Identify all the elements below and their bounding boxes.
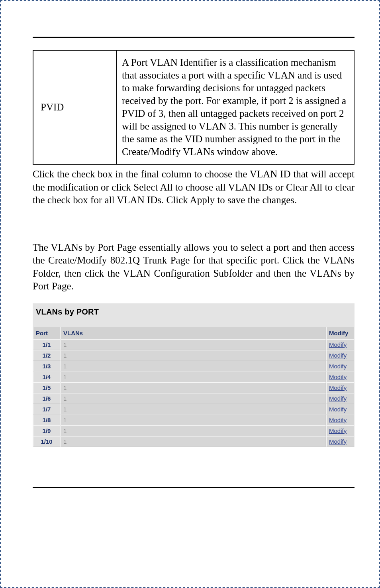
cell-vlans: 1 [61, 425, 326, 436]
cell-vlans: 1 [61, 372, 326, 382]
paragraph-vlans-by-port: The VLANs by Port Page essentially allow… [33, 241, 355, 293]
cell-modify: Modify [326, 393, 354, 404]
table-row: 1/7 1 Modify [33, 404, 354, 415]
table-row: 1/1 1 Modify [33, 339, 354, 350]
cell-vlans: 1 [61, 361, 326, 372]
cell-port: 1/10 [33, 436, 60, 447]
footer-spacer [33, 488, 355, 507]
modify-link[interactable]: Modify [329, 395, 347, 402]
definition-table: PVID A Port VLAN Identifier is a classif… [33, 50, 355, 165]
modify-link[interactable]: Modify [329, 341, 347, 348]
table-row: 1/5 1 Modify [33, 382, 354, 393]
cell-port: 1/2 [33, 350, 60, 361]
cell-port: 1/4 [33, 372, 60, 382]
definition-row: PVID A Port VLAN Identifier is a classif… [33, 50, 354, 164]
definition-term-cell: PVID [33, 50, 117, 164]
cell-port: 1/3 [33, 361, 60, 372]
table-row: 1/8 1 Modify [33, 415, 354, 425]
column-header-port: Port [33, 327, 60, 339]
cell-port: 1/8 [33, 415, 60, 425]
table-row: 1/6 1 Modify [33, 393, 354, 404]
cell-vlans: 1 [61, 404, 326, 415]
cell-modify: Modify [326, 425, 354, 436]
modify-link[interactable]: Modify [329, 384, 347, 391]
column-header-modify: Modify [326, 327, 354, 339]
cell-modify: Modify [326, 339, 354, 350]
cell-vlans: 1 [61, 436, 326, 447]
cell-vlans: 1 [61, 350, 326, 361]
cell-modify: Modify [326, 382, 354, 393]
cell-vlans: 1 [61, 415, 326, 425]
vlans-by-port-screenshot: VLANs by PORT Port VLANs Modify 1/1 1 Mo… [33, 303, 355, 447]
cell-vlans: 1 [61, 393, 326, 404]
modify-link[interactable]: Modify [329, 417, 347, 423]
cell-modify: Modify [326, 372, 354, 382]
cell-port: 1/7 [33, 404, 60, 415]
screenshot-title: VLANs by PORT [33, 303, 355, 327]
cell-vlans: 1 [61, 382, 326, 393]
table-header-row: Port VLANs Modify [33, 327, 354, 339]
modify-link[interactable]: Modify [329, 374, 347, 380]
vlans-table-body: 1/1 1 Modify 1/2 1 Modify 1/3 1 Modify 1… [33, 339, 354, 447]
table-row: 1/3 1 Modify [33, 361, 354, 372]
cell-modify: Modify [326, 436, 354, 447]
table-row: 1/10 1 Modify [33, 436, 354, 447]
top-horizontal-rule [33, 37, 355, 38]
cell-port: 1/5 [33, 382, 60, 393]
modify-link[interactable]: Modify [329, 352, 347, 359]
table-row: 1/9 1 Modify [33, 425, 354, 436]
vlans-by-port-table: Port VLANs Modify 1/1 1 Modify 1/2 1 Mod… [33, 327, 355, 447]
cell-vlans: 1 [61, 339, 326, 350]
column-header-vlans: VLANs [61, 327, 326, 339]
table-row: 1/4 1 Modify [33, 372, 354, 382]
modify-link[interactable]: Modify [329, 438, 347, 445]
cell-port: 1/1 [33, 339, 60, 350]
cell-port: 1/9 [33, 425, 60, 436]
cell-modify: Modify [326, 404, 354, 415]
paragraph-instructions: Click the check box in the final column … [33, 168, 355, 207]
modify-link[interactable]: Modify [329, 427, 347, 434]
modify-link[interactable]: Modify [329, 363, 347, 370]
cell-port: 1/6 [33, 393, 60, 404]
cell-modify: Modify [326, 415, 354, 425]
modify-link[interactable]: Modify [329, 406, 347, 413]
table-row: 1/2 1 Modify [33, 350, 354, 361]
page-content: PVID A Port VLAN Identifier is a classif… [1, 1, 379, 531]
section-spacer [33, 217, 355, 241]
cell-modify: Modify [326, 350, 354, 361]
definition-description-cell: A Port VLAN Identifier is a classificati… [117, 50, 354, 164]
cell-modify: Modify [326, 361, 354, 372]
